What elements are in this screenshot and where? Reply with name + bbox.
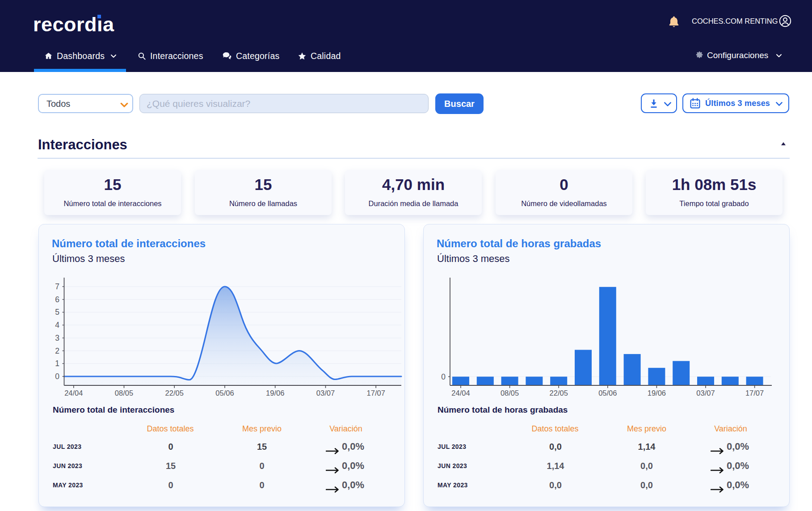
svg-text:17/07: 17/07	[745, 389, 764, 397]
svg-text:3: 3	[55, 334, 59, 342]
svg-text:19/06: 19/06	[648, 389, 666, 397]
svg-text:03/07: 03/07	[316, 389, 335, 397]
svg-text:4: 4	[55, 321, 59, 329]
svg-text:19/06: 19/06	[266, 389, 284, 397]
svg-text:24/04: 24/04	[64, 389, 83, 397]
svg-text:22/05: 22/05	[165, 389, 184, 397]
svg-text:22/05: 22/05	[550, 389, 568, 397]
svg-text:17/07: 17/07	[367, 389, 385, 397]
svg-text:7: 7	[55, 282, 59, 291]
svg-text:24/04: 24/04	[451, 389, 470, 397]
svg-text:2: 2	[55, 346, 59, 355]
svg-text:05/06: 05/06	[215, 389, 234, 397]
svg-text:08/05: 08/05	[115, 389, 133, 397]
svg-text:03/07: 03/07	[696, 389, 715, 397]
svg-text:1: 1	[55, 359, 59, 368]
svg-text:0: 0	[55, 372, 59, 381]
svg-text:0: 0	[441, 372, 446, 381]
svg-text:08/05: 08/05	[501, 389, 519, 397]
svg-text:5: 5	[55, 308, 59, 317]
svg-text:05/06: 05/06	[598, 389, 617, 397]
svg-text:6: 6	[55, 295, 59, 304]
